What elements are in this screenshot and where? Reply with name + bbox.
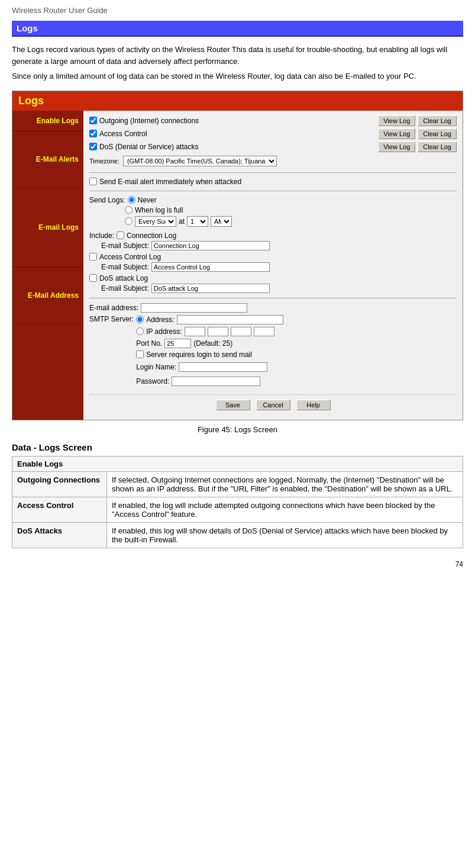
email-address-label: E-mail address: <box>89 304 138 312</box>
dos-log-checkbox[interactable] <box>89 274 97 282</box>
smtp-ip-radio[interactable] <box>136 327 144 335</box>
port-input[interactable] <box>164 339 191 348</box>
scheduled-radio[interactable] <box>125 217 133 225</box>
table-desc-outgoing: If selected, Outgoing Internet connectio… <box>107 471 463 497</box>
divider-2 <box>89 191 457 191</box>
intro-paragraph-1: The Logs record various types of activit… <box>12 44 463 67</box>
smtp-options: Address: IP address: Port No. <box>136 315 283 388</box>
dos-subject-input[interactable] <box>151 284 270 293</box>
sidebar-email-alerts: E-Mail Alerts <box>12 131 83 188</box>
table-group-header: Enable Logs <box>12 456 463 471</box>
table-row: DoS Attacks If enabled, this log will sh… <box>12 522 463 548</box>
schedule-hour-select[interactable]: 1 <box>187 216 208 227</box>
schedule-day-select[interactable]: Every Sunday <box>135 216 176 227</box>
at-label: at <box>179 217 185 226</box>
table-desc-dos: If enabled, this log will show details o… <box>107 522 463 548</box>
bottom-buttons: Save Cancel Help <box>89 394 457 415</box>
smtp-ip-3[interactable] <box>231 327 251 336</box>
connection-subject-input[interactable] <box>151 241 270 250</box>
include-section: Include: Connection Log E-mail Subject: … <box>89 232 457 293</box>
dos-label: DoS (Denial or Service) attacks <box>89 143 376 151</box>
include-label: Include: <box>89 232 114 240</box>
access-subject-label: E-mail Subject: <box>101 263 149 271</box>
email-logs-section: Send Logs: Never When log is full Every … <box>89 196 457 293</box>
login-name-label: Login Name: <box>136 363 176 371</box>
smtp-ip-1[interactable] <box>185 327 205 336</box>
dos-log-label: DoS attack Log <box>99 274 148 282</box>
send-logs-row: Send Logs: Never <box>89 196 457 204</box>
sidebar: Enable Logs E-Mail Alerts E-mail Logs E-… <box>12 111 83 420</box>
include-label-row: Include: Connection Log <box>89 232 457 240</box>
table-row: Access Control If enabled, the log will … <box>12 497 463 522</box>
smtp-address-row: Address: <box>136 315 283 324</box>
intro-paragraph-2: Since only a limited amount of log data … <box>12 70 463 82</box>
email-address-input[interactable] <box>141 303 247 313</box>
email-alert-row: Send E-mail alert immediately when attac… <box>89 178 457 186</box>
sidebar-enable-logs: Enable Logs <box>12 111 83 131</box>
table-row: Outgoing Connections If selected, Outgoi… <box>12 471 463 497</box>
password-row: Password: <box>136 377 283 386</box>
connection-subject-label: E-mail Subject: <box>101 242 149 250</box>
port-row: Port No. (Default: 25) <box>136 339 283 348</box>
outgoing-clear-log-button[interactable]: Clear Log <box>418 115 457 126</box>
access-control-row: Access Control View Log Clear Log <box>89 128 457 139</box>
dos-subject-row: E-mail Subject: <box>101 284 457 293</box>
access-view-log-button[interactable]: View Log <box>378 128 415 139</box>
dos-checkbox[interactable] <box>89 143 97 150</box>
email-address-row: E-mail address: <box>89 303 457 313</box>
save-button[interactable]: Save <box>216 400 250 410</box>
access-control-label: Access Control <box>89 130 376 138</box>
port-default: (Default: 25) <box>193 339 232 348</box>
table-desc-access: If enabled, the log will include attempt… <box>107 497 463 522</box>
page-number: 74 <box>12 560 463 568</box>
access-clear-log-button[interactable]: Clear Log <box>418 128 457 139</box>
timezone-select[interactable]: (GMT-08:00) Pacific Time(US, Canada); Ti… <box>123 156 277 166</box>
access-control-checkbox[interactable] <box>89 130 97 137</box>
server-login-checkbox[interactable] <box>136 351 144 358</box>
dos-view-log-button[interactable]: View Log <box>378 142 415 152</box>
password-label: Password: <box>136 377 169 385</box>
sidebar-email-address: E-Mail Address <box>12 268 83 324</box>
connection-log-label: Connection Log <box>127 232 176 240</box>
send-logs-label: Send Logs: <box>89 196 125 204</box>
dos-row: DoS (Denial or Service) attacks View Log… <box>89 142 457 152</box>
smtp-address-radio[interactable] <box>136 316 144 323</box>
login-name-input[interactable] <box>179 362 267 372</box>
when-full-radio[interactable] <box>125 206 133 214</box>
smtp-row: SMTP Server: Address: IP address: <box>89 315 457 388</box>
cancel-button[interactable]: Cancel <box>256 400 290 410</box>
login-name-row: Login Name: <box>136 362 283 372</box>
outgoing-view-log-button[interactable]: View Log <box>378 115 415 126</box>
email-alert-checkbox[interactable] <box>89 178 97 185</box>
page-header: Wireless Router User Guide <box>12 6 463 15</box>
help-button[interactable]: Help <box>296 400 331 410</box>
smtp-address-input[interactable] <box>177 315 283 324</box>
smtp-address-label: Address: <box>146 316 174 324</box>
port-label: Port No. <box>136 339 162 348</box>
figure-title: Logs <box>12 91 463 111</box>
data-table-heading: Data - Logs Screen <box>12 442 463 452</box>
connection-log-checkbox[interactable] <box>117 232 124 239</box>
smtp-ip-2[interactable] <box>208 327 228 336</box>
dos-subject-label: E-mail Subject: <box>101 284 149 292</box>
outgoing-connections-row: Outgoing (Internet) connections View Log… <box>89 115 457 126</box>
never-radio[interactable] <box>128 196 135 204</box>
logs-figure: Logs Enable Logs E-Mail Alerts E-mail Lo… <box>12 91 463 420</box>
timezone-label: Timezone: <box>89 157 119 165</box>
smtp-ip-4[interactable] <box>254 327 274 336</box>
password-input[interactable] <box>172 377 260 386</box>
enable-logs-section: Outgoing (Internet) connections View Log… <box>89 115 457 166</box>
divider-3 <box>89 298 457 298</box>
email-alert-label: Send E-mail alert immediately when attac… <box>89 178 457 186</box>
access-control-log-checkbox[interactable] <box>89 253 97 261</box>
access-subject-input[interactable] <box>151 262 270 272</box>
data-table: Enable Logs Outgoing Connections If sele… <box>12 456 463 548</box>
smtp-ip-label: IP address: <box>146 327 182 336</box>
sidebar-email-logs: E-mail Logs <box>12 188 83 268</box>
access-control-log-label: Access Control Log <box>99 253 161 261</box>
section-heading: Logs <box>12 21 463 37</box>
outgoing-checkbox[interactable] <box>89 117 97 124</box>
dos-clear-log-button[interactable]: Clear Log <box>418 142 457 152</box>
scheduled-row: Every Sunday at 1 AM <box>125 216 457 227</box>
schedule-ampm-select[interactable]: AM <box>211 216 232 227</box>
